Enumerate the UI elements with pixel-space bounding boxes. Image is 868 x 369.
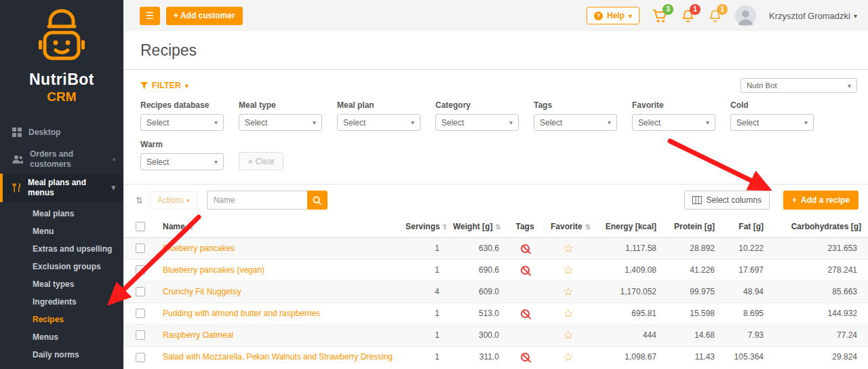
sidebar-item-recipes[interactable]: Recipes (0, 311, 123, 328)
sort-order-icon[interactable]: ⇅ (136, 195, 143, 206)
add-recipe-button[interactable]: +Add a recipe (783, 191, 859, 210)
search-input[interactable] (207, 191, 307, 210)
fat-cell: 7.93 (722, 324, 770, 346)
recipe-link[interactable]: Blueberry pancakes (163, 244, 235, 253)
sort-icon[interactable]: ⇅ (443, 223, 446, 231)
sort-icon[interactable]: ⇅ (585, 223, 591, 231)
sidebar-item-orders-and-customers[interactable]: Orders and customers ‹ (0, 145, 123, 174)
brand-sub: CRM (0, 90, 123, 104)
help-button[interactable]: ? Help ▾ (587, 7, 639, 24)
filter-select-warm[interactable]: Select▾ (140, 153, 224, 170)
table-row: Blueberry pancakes (vegan)1690.6☆1,409.0… (123, 259, 868, 281)
servings-cell: 1 (399, 346, 446, 368)
select-all-checkbox[interactable] (136, 222, 145, 231)
company-select[interactable]: Nutri Bot ▾ (741, 78, 857, 93)
favorite-star-icon[interactable]: ☆ (563, 351, 573, 364)
recipe-link[interactable]: Blueberry pancakes (vegan) (163, 265, 264, 275)
menu-toggle-button[interactable]: ☰ (140, 7, 160, 25)
avatar[interactable] (735, 5, 756, 26)
sort-icon[interactable]: ⇅ (188, 223, 193, 231)
fat-cell: 105.364 (722, 346, 770, 368)
energy-cell: 1,170.052 (593, 281, 663, 303)
sidebar-submenu: Meal plansMenuExtras and upsellingExclus… (0, 202, 123, 364)
favorite-star-icon[interactable]: ☆ (563, 286, 573, 298)
cart-button[interactable]: 3 (652, 9, 668, 23)
carbs-cell: 77.24 (770, 324, 868, 346)
recipe-link[interactable]: Crunchy Fit Nuggetsy (163, 287, 241, 296)
sidebar-item-exclusion-groups[interactable]: Exclusion groups (0, 258, 123, 275)
column-header-carbohydrates-g: Carbohydrates [g] (770, 216, 868, 237)
chevron-left-icon: ‹ (113, 155, 115, 164)
column-header-favorite[interactable]: Favorite⇅ (544, 216, 593, 237)
recipes-table-head-row: Name⇅Servings⇅Weight [g]⇅TagsFavorite⇅En… (123, 216, 868, 237)
favorite-star-icon[interactable]: ☆ (563, 329, 573, 342)
sidebar-item-extras-and-upselling[interactable]: Extras and upselling (0, 240, 123, 258)
row-checkbox[interactable] (136, 244, 145, 253)
filter-field-cold: ColdSelect▾ (730, 100, 814, 131)
favorite-star-icon[interactable]: ☆ (563, 242, 573, 255)
column-header-name[interactable]: Name⇅ (156, 216, 399, 237)
users-icon (12, 155, 23, 164)
tags-cell (506, 346, 544, 368)
filter-select-meal-type[interactable]: Select▾ (239, 114, 322, 131)
chevron-down-icon: ▾ (804, 119, 808, 126)
weight-cell: 513.0 (446, 303, 506, 324)
select-columns-button[interactable]: Select columns (684, 191, 770, 210)
brand-name: NutriBot (0, 71, 123, 89)
row-checkbox[interactable] (136, 330, 145, 340)
search-icon (313, 196, 321, 205)
sidebar-item-meal-plans[interactable]: Meal plans (0, 205, 123, 222)
sidebar-item-daily-norms[interactable]: Daily norms (0, 346, 123, 364)
filter-toggle[interactable]: FILTER ▾ (140, 81, 189, 90)
column-header-tags: Tags (506, 216, 544, 237)
favorite-star-icon[interactable]: ☆ (563, 264, 573, 277)
filter-select-cold[interactable]: Select▾ (730, 114, 814, 131)
user-name: Krzysztof Gromadzki (769, 11, 850, 21)
filter-label-cold: Cold (730, 100, 814, 110)
protein-cell: 99.975 (663, 281, 722, 303)
row-checkbox[interactable] (136, 287, 145, 296)
filter-select-recipes-database[interactable]: Select▾ (140, 114, 224, 131)
clear-filters-button[interactable]: ✕Clear (239, 152, 283, 170)
energy-cell: 1,409.08 (593, 259, 663, 281)
favorite-star-icon[interactable]: ☆ (563, 307, 573, 320)
column-header-weight-g[interactable]: Weight [g]⇅ (446, 216, 506, 237)
sidebar-nav: Desktop Orders and customers ‹ Meal plan… (0, 119, 123, 364)
user-menu[interactable]: Krzysztof Gromadzki ▾ (769, 11, 857, 21)
row-checkbox[interactable] (136, 309, 145, 318)
filter-select-favorite[interactable]: Select▾ (632, 114, 715, 131)
favorite-cell: ☆ (544, 324, 593, 346)
filter-select-category[interactable]: Select▾ (435, 114, 519, 131)
no-symbol-icon (521, 309, 530, 318)
sidebar-item-menus[interactable]: Menus (0, 328, 123, 346)
sidebar-item-menu[interactable]: Menu (0, 222, 123, 240)
servings-cell: 1 (399, 237, 446, 259)
filter-select-meal-plan[interactable]: Select▾ (337, 114, 420, 131)
add-customer-button[interactable]: + Add customer (166, 7, 243, 25)
fat-cell: 10.222 (722, 237, 770, 259)
favorite-cell: ☆ (544, 237, 593, 259)
row-checkbox[interactable] (136, 353, 145, 362)
chevron-down-icon: ▾ (111, 183, 115, 193)
row-checkbox[interactable] (136, 265, 145, 275)
column-header-servings[interactable]: Servings⇅ (399, 216, 446, 237)
actions-button[interactable]: Actions ▾ (150, 191, 197, 210)
filter-label-warm: Warm (140, 140, 224, 149)
recipe-link[interactable]: Raspberry Oatmeal (163, 330, 233, 340)
filter-label-meal-plan: Meal plan (337, 100, 420, 110)
chevron-down-icon: ▾ (608, 119, 611, 126)
alerts-button[interactable]: 1 (708, 9, 722, 23)
notifications-button[interactable]: 1 (681, 9, 695, 23)
sidebar-item-meal-types[interactable]: Meal types (0, 275, 123, 293)
sidebar-item-desktop[interactable]: Desktop (0, 119, 123, 145)
sort-icon[interactable]: ⇅ (495, 223, 500, 231)
sidebar-item-meal-plans-and-menus[interactable]: Meal plans and menus ▾ (0, 174, 123, 202)
main-content: ☰ + Add customer ? Help ▾ 3 1 (123, 0, 868, 369)
recipe-link[interactable]: Salad with Mozzarella, Pekan Walnuts and… (163, 352, 393, 362)
sidebar-item-ingredients[interactable]: Ingredients (0, 293, 123, 311)
recipe-link[interactable]: Pudding with almond butter and raspberri… (163, 309, 320, 318)
search-button[interactable] (307, 191, 328, 210)
filter-select-tags[interactable]: Select▾ (534, 114, 617, 131)
tags-cell (506, 259, 544, 281)
select-value: Select (736, 118, 759, 128)
